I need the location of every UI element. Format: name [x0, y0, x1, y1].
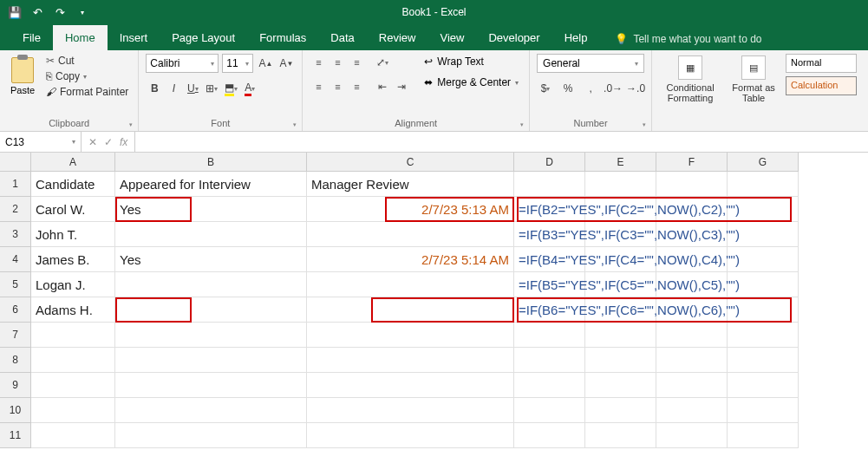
tab-help[interactable]: Help	[552, 25, 600, 50]
number-format-select[interactable]: General▾	[537, 54, 644, 73]
cell-C7[interactable]	[307, 323, 514, 348]
tab-review[interactable]: Review	[367, 25, 428, 50]
cell-B1[interactable]: Appeared for Interview	[115, 172, 307, 197]
cell-G9[interactable]	[728, 373, 799, 398]
cell-C1[interactable]: Manager Review	[307, 172, 514, 197]
qat-customize-icon[interactable]: ▾	[75, 4, 90, 20]
font-size-select[interactable]: 11▾	[222, 54, 253, 73]
cell-G1[interactable]	[728, 172, 799, 197]
tab-formulas[interactable]: Formulas	[247, 25, 318, 50]
tell-me-search[interactable]: 💡 Tell me what you want to do	[606, 28, 770, 50]
save-icon[interactable]: 💾	[7, 4, 23, 20]
align-right-icon[interactable]: ≡	[348, 78, 365, 95]
row-header-4[interactable]: 4	[0, 247, 31, 272]
font-color-button[interactable]: A	[241, 80, 258, 97]
align-bottom-icon[interactable]: ≡	[348, 54, 365, 71]
increase-indent-icon[interactable]: ⇥	[393, 78, 410, 95]
col-header-E[interactable]: E	[585, 153, 656, 172]
cell-D2[interactable]: =IF(B2="YES",IF(C2="",NOW(),C2),"")	[514, 197, 585, 222]
row-header-7[interactable]: 7	[0, 323, 31, 348]
cell-D11[interactable]	[514, 423, 585, 448]
cell-D6[interactable]: =IF(B6="YES",IF(C6="",NOW(),C6),"")	[514, 297, 585, 323]
row-header-3[interactable]: 3	[0, 222, 31, 247]
row-header-6[interactable]: 6	[0, 297, 31, 323]
cell-B4[interactable]: Yes	[115, 247, 307, 272]
cancel-formula-icon[interactable]: ✕	[88, 136, 97, 148]
increase-decimal-icon[interactable]: .0→	[604, 80, 622, 97]
conditional-formatting-button[interactable]: ▦ Conditional Formatting	[659, 54, 721, 105]
cell-G10[interactable]	[728, 398, 799, 423]
tab-view[interactable]: View	[427, 25, 476, 50]
tab-insert[interactable]: Insert	[108, 25, 160, 50]
decrease-decimal-icon[interactable]: →.0	[627, 80, 644, 97]
wrap-text-button[interactable]: ↩Wrap Text	[421, 54, 522, 69]
align-left-icon[interactable]: ≡	[310, 78, 327, 95]
cell-C11[interactable]	[307, 423, 514, 448]
cell-C10[interactable]	[307, 398, 514, 423]
cell-A1[interactable]: Candidate	[31, 172, 115, 197]
decrease-font-icon[interactable]: A▼	[277, 55, 295, 72]
italic-button[interactable]: I	[165, 80, 182, 97]
cell-F11[interactable]	[656, 423, 728, 448]
increase-font-icon[interactable]: A▲	[257, 55, 274, 72]
merge-center-button[interactable]: ⬌Merge & Center	[421, 75, 522, 90]
undo-icon[interactable]: ↶	[29, 4, 45, 20]
cell-A6[interactable]: Adams H.	[31, 297, 115, 323]
cell-D1[interactable]	[514, 172, 585, 197]
align-top-icon[interactable]: ≡	[310, 54, 327, 71]
style-calculation[interactable]: Calculation	[786, 76, 857, 95]
fx-icon[interactable]: fx	[120, 136, 127, 148]
cell-B3[interactable]	[115, 222, 307, 247]
name-box[interactable]: C13▾	[0, 132, 82, 152]
cell-A2[interactable]: Carol W.	[31, 197, 115, 222]
cell-B8[interactable]	[115, 348, 307, 373]
cell-E8[interactable]	[585, 348, 656, 373]
cell-F9[interactable]	[656, 373, 728, 398]
cell-D7[interactable]	[514, 323, 585, 348]
cell-B5[interactable]	[115, 272, 307, 297]
cell-G8[interactable]	[728, 348, 799, 373]
cell-E1[interactable]	[585, 172, 656, 197]
formula-input[interactable]	[135, 132, 868, 152]
cell-B7[interactable]	[115, 323, 307, 348]
row-header-2[interactable]: 2	[0, 197, 31, 222]
bold-button[interactable]: B	[146, 80, 163, 97]
cell-B10[interactable]	[115, 398, 307, 423]
copy-button[interactable]: ⎘Copy	[43, 69, 131, 83]
enter-formula-icon[interactable]: ✓	[104, 136, 113, 148]
cell-G7[interactable]	[728, 323, 799, 348]
percent-format-button[interactable]: %	[559, 80, 577, 97]
cell-C8[interactable]	[307, 348, 514, 373]
row-header-5[interactable]: 5	[0, 272, 31, 297]
tab-page-layout[interactable]: Page Layout	[160, 25, 247, 50]
cell-D10[interactable]	[514, 398, 585, 423]
cell-F1[interactable]	[656, 172, 728, 197]
orientation-button[interactable]: ⤢	[374, 54, 391, 71]
row-header-1[interactable]: 1	[0, 172, 31, 197]
cell-C6[interactable]	[307, 297, 514, 323]
format-painter-button[interactable]: 🖌Format Painter	[43, 85, 131, 99]
col-header-D[interactable]: D	[514, 153, 585, 172]
cell-A10[interactable]	[31, 398, 115, 423]
row-header-11[interactable]: 11	[0, 423, 31, 448]
cell-G11[interactable]	[728, 423, 799, 448]
cell-D5[interactable]: =IF(B5="YES",IF(C5="",NOW(),C5),"")	[514, 272, 585, 297]
cell-D3[interactable]: =IF(B3="YES",IF(C3="",NOW(),C3),"")	[514, 222, 585, 247]
borders-button[interactable]: ⊞	[203, 80, 220, 97]
cell-E7[interactable]	[585, 323, 656, 348]
accounting-format-button[interactable]: $	[537, 80, 554, 97]
cell-A11[interactable]	[31, 423, 115, 448]
cell-A7[interactable]	[31, 323, 115, 348]
col-header-G[interactable]: G	[728, 153, 799, 172]
cell-D9[interactable]	[514, 373, 585, 398]
redo-icon[interactable]: ↷	[52, 4, 68, 20]
cell-C3[interactable]	[307, 222, 514, 247]
cell-E10[interactable]	[585, 398, 656, 423]
cell-E9[interactable]	[585, 373, 656, 398]
cell-C9[interactable]	[307, 373, 514, 398]
tab-file[interactable]: File	[10, 25, 53, 50]
cell-D4[interactable]: =IF(B4="YES",IF(C4="",NOW(),C4),"")	[514, 247, 585, 272]
cut-button[interactable]: ✂Cut	[43, 54, 131, 68]
cell-B9[interactable]	[115, 373, 307, 398]
col-header-C[interactable]: C	[307, 153, 514, 172]
